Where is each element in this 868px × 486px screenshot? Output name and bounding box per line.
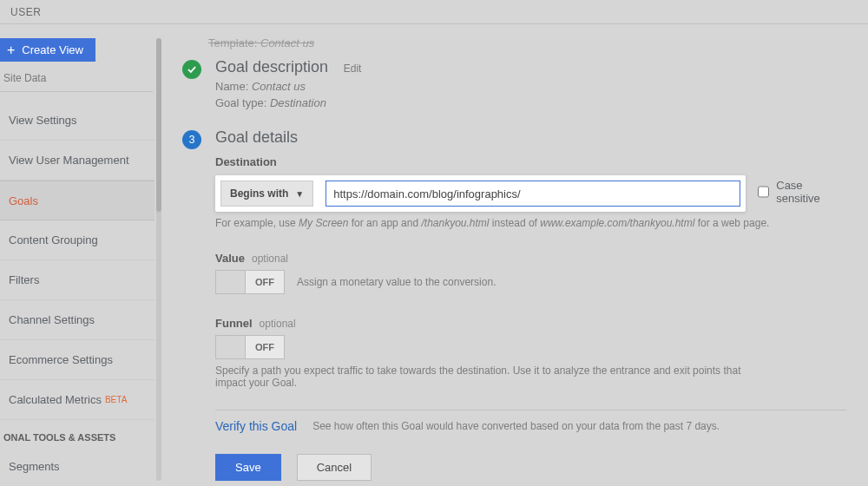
sidebar-item-goals[interactable]: Goals: [0, 181, 155, 220]
cancel-button[interactable]: Cancel: [297, 454, 372, 481]
beta-badge: BETA: [105, 395, 127, 404]
sidebar-item-calculated-metrics[interactable]: Calculated MetricsBETA: [0, 380, 155, 420]
sidebar-item-ecommerce-settings[interactable]: Ecommerce Settings: [0, 340, 155, 380]
destination-row: Begins with ▼: [215, 175, 746, 212]
funnel-label: Funneloptional: [215, 317, 846, 330]
funnel-toggle-label: OFF: [246, 336, 284, 358]
create-view-button[interactable]: + Create View: [0, 38, 95, 62]
sidebar-item-view-settings[interactable]: View Settings: [0, 101, 155, 141]
save-button[interactable]: Save: [215, 454, 281, 481]
edit-link[interactable]: Edit: [344, 62, 362, 75]
value-label: Valueoptional: [215, 252, 846, 265]
create-view-label: Create View: [22, 43, 83, 56]
sidebar: + Create View Site Data View Settings Vi…: [0, 24, 161, 486]
goal-name-line: Name: Contact us: [215, 80, 842, 93]
funnel-toggle[interactable]: OFF: [215, 335, 285, 359]
sidebar-item-content-grouping[interactable]: Content Grouping: [0, 220, 155, 260]
destination-input[interactable]: [326, 181, 740, 207]
value-desc: Assign a monetary value to the conversio…: [297, 276, 496, 288]
main-content: Template: Contact us Goal description Ed…: [161, 24, 868, 486]
destination-hint: For example, use My Screen for an app an…: [215, 217, 846, 229]
plus-icon: +: [7, 44, 15, 56]
goal-type-line: Goal type: Destination: [215, 96, 842, 109]
case-sensitive-label: Case sensitive: [776, 179, 845, 205]
funnel-desc: Specify a path you expect traffic to tak…: [215, 364, 771, 389]
template-line: Template: Contact us: [208, 36, 842, 49]
top-bar: USER: [0, 0, 868, 24]
case-sensitive-checkbox[interactable]: [758, 186, 769, 198]
top-bar-label: USER: [10, 6, 41, 18]
verify-goal-link[interactable]: Verify this Goal: [215, 419, 297, 433]
match-type-dropdown[interactable]: Begins with ▼: [220, 181, 313, 207]
sidebar-section-personal: ONAL TOOLS & ASSETS: [0, 420, 161, 450]
sidebar-item-channel-settings[interactable]: Channel Settings: [0, 300, 155, 340]
caret-down-icon: ▼: [295, 189, 304, 199]
destination-label: Destination: [215, 155, 846, 168]
sidebar-item-segments[interactable]: Segments: [0, 450, 155, 483]
divider: [215, 410, 846, 410]
step-number-badge: 3: [182, 130, 201, 149]
sidebar-item-view-user-management[interactable]: View User Management: [0, 141, 155, 181]
sidebar-item-filters[interactable]: Filters: [0, 260, 155, 300]
goal-details-title: Goal details: [215, 128, 846, 147]
toggle-knob: [216, 271, 246, 293]
goal-description-title: Goal description: [215, 58, 328, 76]
value-toggle[interactable]: OFF: [215, 270, 285, 294]
check-icon: [182, 60, 201, 79]
site-data-label: Site Data: [0, 72, 153, 92]
value-toggle-label: OFF: [246, 271, 284, 293]
toggle-knob: [216, 336, 246, 358]
case-sensitive-row[interactable]: Case sensitive: [758, 179, 846, 205]
verify-desc: See how often this Goal would have conve…: [312, 420, 720, 432]
